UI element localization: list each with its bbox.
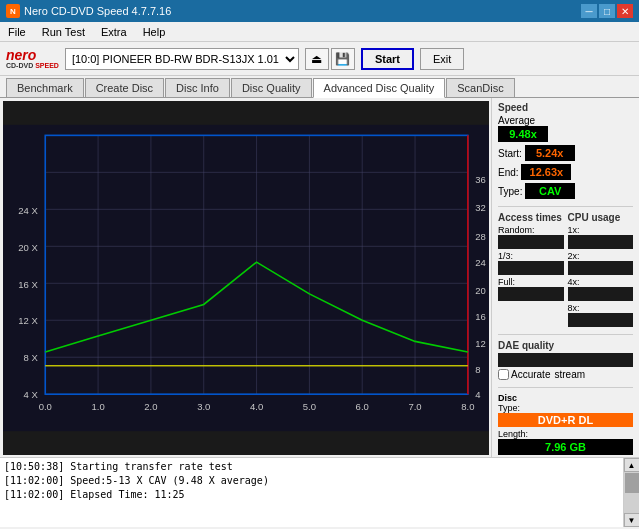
dae-bar [498,353,633,367]
dae-section: DAE quality Accurate stream [498,340,633,380]
average-label: Average [498,115,633,126]
maximize-button[interactable]: □ [599,4,615,18]
menu-extra[interactable]: Extra [97,25,131,39]
titlebar: N Nero CD-DVD Speed 4.7.7.16 ─ □ ✕ [0,0,639,22]
svg-text:32: 32 [475,202,486,213]
svg-text:12: 12 [475,338,486,349]
disc-header: Disc [498,393,633,403]
length-value: 7.96 GB [498,439,633,455]
accurate-label: Accurate [511,369,550,380]
svg-rect-0 [3,125,489,431]
svg-text:16 X: 16 X [18,279,38,290]
2x-label: 2x: [568,251,634,261]
svg-text:4: 4 [475,389,480,400]
menu-help[interactable]: Help [139,25,170,39]
tab-scan-disc[interactable]: ScanDisc [446,78,514,97]
average-value: 9.48x [498,126,548,142]
tab-disc-info[interactable]: Disc Info [165,78,230,97]
log-line-1: [10:50:38] Starting transfer rate test [4,460,619,474]
svg-text:8.0: 8.0 [461,401,474,412]
end-value: 12.63x [521,164,571,180]
type-label: Type: [498,186,522,197]
svg-text:12 X: 12 X [18,315,38,326]
tab-benchmark[interactable]: Benchmark [6,78,84,97]
svg-text:20 X: 20 X [18,242,38,253]
random-bar [498,235,564,249]
type-value: CAV [525,183,575,199]
drive-selector[interactable]: [10:0] PIONEER BD-RW BDR-S13JX 1.01 [65,48,299,70]
svg-text:2.0: 2.0 [144,401,157,412]
speed-section: Speed Average 9.48x Start: 5.24x End: 12… [498,102,633,199]
chart-log-area: 0.0 1.0 2.0 3.0 4.0 5.0 6.0 7.0 8.0 4 X … [0,98,639,457]
svg-text:1.0: 1.0 [91,401,104,412]
toolbar: nero CD-DVD SPEED [10:0] PIONEER BD-RW B… [0,42,639,76]
nero-logo: nero CD-DVD SPEED [6,48,59,69]
cpu-section: CPU usage 1x: 2x: 4x: 8x: [568,212,634,329]
svg-text:16: 16 [475,311,486,322]
svg-text:0.0: 0.0 [39,401,52,412]
cpu-header: CPU usage [568,212,634,223]
menubar: File Run Test Extra Help [0,22,639,42]
tab-create-disc[interactable]: Create Disc [85,78,164,97]
app-icon: N [6,4,20,18]
start-button[interactable]: Start [361,48,414,70]
window-controls[interactable]: ─ □ ✕ [581,4,633,18]
4x-label: 4x: [568,277,634,287]
1x-label: 1x: [568,225,634,235]
2x-bar [568,261,634,275]
access-header: Access times [498,212,564,223]
log-line-3: [11:02:00] Elapsed Time: 11:25 [4,488,619,502]
exit-button[interactable]: Exit [420,48,464,70]
svg-text:28: 28 [475,231,486,242]
dae-header: DAE quality [498,340,633,351]
scroll-down-button[interactable]: ▼ [624,513,640,527]
8x-label: 8x: [568,303,634,313]
end-label: End: [498,167,519,178]
tab-advanced-disc-quality[interactable]: Advanced Disc Quality [313,78,446,98]
content-area: 0.0 1.0 2.0 3.0 4.0 5.0 6.0 7.0 8.0 4 X … [0,98,639,527]
svg-text:20: 20 [475,285,486,296]
svg-text:4 X: 4 X [24,389,39,400]
minimize-button[interactable]: ─ [581,4,597,18]
start-label: Start: [498,148,522,159]
full-label: Full: [498,277,564,287]
length-label: Length: [498,429,633,439]
scroll-up-button[interactable]: ▲ [624,458,640,472]
right-panel: Speed Average 9.48x Start: 5.24x End: 12… [491,98,639,457]
disc-type-label: Type: [498,403,633,413]
4x-bar [568,287,634,301]
svg-text:6.0: 6.0 [356,401,369,412]
onethird-bar [498,261,564,275]
scroll-thumb[interactable] [625,473,639,493]
chart-wrapper: 0.0 1.0 2.0 3.0 4.0 5.0 6.0 7.0 8.0 4 X … [0,98,491,457]
svg-text:4.0: 4.0 [250,401,263,412]
random-label: Random: [498,225,564,235]
stream-label: stream [554,369,585,380]
svg-text:8: 8 [475,364,480,375]
access-cpu-section: Access times Random: 1/3: Full: CPU usag… [498,212,633,329]
svg-text:24: 24 [475,257,486,268]
menu-runtest[interactable]: Run Test [38,25,89,39]
speed-chart: 0.0 1.0 2.0 3.0 4.0 5.0 6.0 7.0 8.0 4 X … [3,101,489,455]
svg-text:7.0: 7.0 [408,401,421,412]
menu-file[interactable]: File [4,25,30,39]
full-bar [498,287,564,301]
svg-text:5.0: 5.0 [303,401,316,412]
eject-icon-button[interactable]: ⏏ [305,48,329,70]
svg-text:36: 36 [475,174,486,185]
close-button[interactable]: ✕ [617,4,633,18]
accurate-stream-checkbox[interactable] [498,369,509,380]
1x-bar [568,235,634,249]
access-section: Access times Random: 1/3: Full: [498,212,564,329]
svg-text:3.0: 3.0 [197,401,210,412]
nero-logo-text: nero [6,48,59,62]
save-icon-button[interactable]: 💾 [331,48,355,70]
toolbar-icons: ⏏ 💾 [305,48,355,70]
chart-container: 0.0 1.0 2.0 3.0 4.0 5.0 6.0 7.0 8.0 4 X … [3,101,489,455]
tabs-bar: Benchmark Create Disc Disc Info Disc Qua… [0,76,639,98]
log-line-2: [11:02:00] Speed:5-13 X CAV (9.48 X aver… [4,474,619,488]
log-scrollbar[interactable]: ▲ ▼ [623,458,639,527]
log-content: [10:50:38] Starting transfer rate test [… [0,458,623,527]
svg-text:24 X: 24 X [18,205,38,216]
tab-disc-quality[interactable]: Disc Quality [231,78,312,97]
